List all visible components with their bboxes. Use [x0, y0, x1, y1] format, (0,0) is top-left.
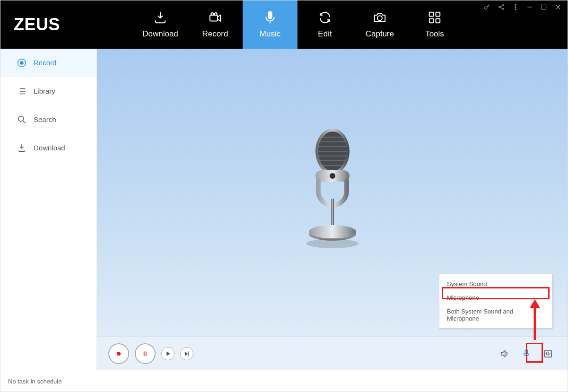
sidebar-item-label: Record: [34, 59, 56, 67]
list-icon: [17, 86, 27, 96]
tab-label: Tools: [425, 29, 444, 39]
header-bar: ZEUS Download Record Music Edit Capture: [0, 0, 568, 49]
svg-rect-8: [436, 19, 440, 23]
sidebar-item-record[interactable]: Record: [0, 49, 96, 77]
status-text: No task in schedule: [8, 378, 61, 385]
sidebar-item-label: Download: [34, 144, 65, 152]
svg-rect-36: [144, 351, 145, 356]
svg-point-19: [18, 116, 24, 121]
tab-label: Music: [260, 29, 280, 39]
download-small-icon: [17, 143, 27, 153]
sidebar-item-search[interactable]: Search: [0, 105, 96, 134]
app-window: ZEUS Download Record Music Edit Capture: [0, 0, 568, 392]
record-canvas: System Sound Microphone Both System Soun…: [97, 49, 568, 370]
audio-source-popup: System Sound Microphone Both System Soun…: [439, 274, 552, 329]
popup-item-microphone[interactable]: Microphone: [439, 291, 552, 305]
popup-item-both[interactable]: Both System Sound and Microphone: [439, 305, 552, 325]
popup-item-system-sound[interactable]: System Sound: [439, 277, 552, 291]
svg-rect-38: [525, 349, 528, 354]
microphone-illustration: [297, 128, 368, 253]
window-controls: [483, 3, 562, 11]
svg-point-1: [211, 13, 213, 15]
svg-point-34: [306, 239, 358, 248]
audio-source-button[interactable]: [518, 346, 534, 362]
share-icon[interactable]: [498, 3, 505, 11]
sidebar-item-download[interactable]: Download: [0, 134, 96, 162]
tab-label: Download: [142, 29, 178, 39]
camera-icon: [373, 10, 387, 25]
more-icon[interactable]: [512, 3, 519, 11]
tab-tools[interactable]: Tools: [407, 0, 462, 49]
svg-point-35: [117, 352, 121, 356]
svg-point-4: [377, 16, 382, 20]
sidebar-item-library[interactable]: Library: [0, 77, 96, 105]
tab-label: Edit: [318, 29, 332, 39]
tab-record[interactable]: Record: [188, 0, 243, 49]
svg-rect-31: [331, 199, 334, 227]
svg-point-30: [330, 173, 335, 179]
svg-point-13: [515, 4, 516, 5]
status-bar: No task in schedule: [0, 371, 568, 392]
record-button[interactable]: [108, 343, 129, 364]
svg-point-12: [503, 9, 504, 10]
svg-point-11: [503, 5, 504, 6]
svg-rect-5: [429, 12, 434, 17]
search-icon: [17, 114, 27, 125]
svg-rect-0: [210, 15, 218, 21]
playback-bar: [97, 336, 568, 370]
camcorder-icon: [208, 10, 222, 25]
tab-download[interactable]: Download: [133, 0, 188, 49]
key-icon[interactable]: [483, 3, 491, 11]
svg-rect-3: [268, 12, 272, 19]
app-body: Record Library Search Download: [0, 49, 568, 370]
tab-capture[interactable]: Capture: [352, 0, 407, 49]
svg-point-14: [515, 7, 516, 8]
sidebar-item-label: Search: [34, 115, 56, 123]
play-button[interactable]: [161, 347, 175, 360]
svg-point-33: [309, 225, 356, 238]
apps-grid-icon: [428, 10, 442, 25]
svg-point-18: [20, 61, 23, 64]
tab-edit[interactable]: Edit: [297, 0, 352, 49]
tab-label: Capture: [366, 29, 394, 39]
svg-point-2: [215, 13, 217, 15]
svg-point-9: [485, 7, 487, 9]
svg-point-15: [515, 9, 516, 10]
settings-button[interactable]: [540, 346, 556, 362]
svg-rect-37: [146, 351, 147, 356]
svg-rect-16: [542, 5, 546, 9]
tab-label: Record: [202, 29, 228, 39]
volume-button[interactable]: [497, 346, 513, 362]
refresh-icon: [318, 10, 332, 25]
svg-rect-7: [429, 19, 434, 23]
radio-selected-icon: [17, 58, 27, 68]
sidebar-item-label: Library: [34, 87, 55, 95]
close-icon[interactable]: [554, 3, 562, 11]
pause-button[interactable]: [135, 343, 156, 364]
tab-music[interactable]: Music: [243, 0, 297, 49]
sidebar: Record Library Search Download: [0, 49, 97, 370]
app-logo: ZEUS: [0, 0, 133, 49]
minimize-icon[interactable]: [526, 3, 533, 11]
svg-point-10: [499, 7, 500, 8]
maximize-icon[interactable]: [540, 3, 548, 11]
microphone-icon: [263, 10, 277, 25]
next-button[interactable]: [180, 347, 193, 360]
download-icon: [153, 10, 167, 25]
svg-rect-6: [436, 12, 440, 17]
